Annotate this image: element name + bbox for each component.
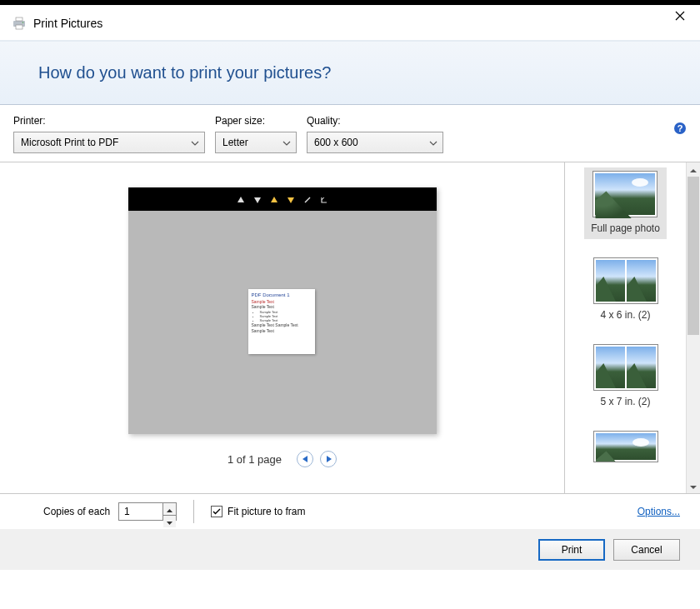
spin-up-button[interactable] bbox=[163, 503, 176, 516]
layout-item-full-page[interactable]: Full page photo bbox=[584, 167, 667, 239]
options-link[interactable]: Options... bbox=[638, 506, 680, 517]
print-button[interactable]: Print bbox=[538, 539, 605, 561]
preview-document: PDF Document 1 Sample Text Sample Text S… bbox=[248, 289, 315, 354]
layout-thumb bbox=[593, 257, 658, 304]
tool-icon bbox=[287, 195, 295, 203]
chevron-down-icon bbox=[191, 137, 199, 148]
tool-icon bbox=[270, 195, 278, 203]
tool-icon bbox=[320, 195, 328, 203]
divider bbox=[193, 500, 194, 523]
options-left: Copies of each Fit picture to fram bbox=[43, 500, 305, 523]
copies-spinbox bbox=[118, 502, 177, 521]
pager-text: 1 of 1 page bbox=[228, 453, 282, 466]
fit-picture-checkbox[interactable]: Fit picture to fram bbox=[211, 506, 305, 517]
prev-page-button[interactable] bbox=[297, 451, 313, 467]
preview-canvas: PDF Document 1 Sample Text Sample Text S… bbox=[128, 187, 437, 434]
fit-picture-label: Fit picture to fram bbox=[228, 506, 305, 517]
cancel-button[interactable]: Cancel bbox=[613, 539, 680, 561]
layout-thumb bbox=[593, 431, 658, 462]
layout-thumb bbox=[592, 171, 658, 217]
printer-value: Microsoft Print to PDF bbox=[21, 137, 118, 148]
cancel-button-label: Cancel bbox=[631, 544, 662, 556]
doc-bullets: Sample Text Sample Text Sample Text bbox=[260, 310, 312, 323]
options-row: Copies of each Fit picture to fram Optio… bbox=[0, 494, 700, 529]
layout-label: 4 x 6 in. (2) bbox=[600, 309, 650, 321]
help-icon: ? bbox=[673, 126, 687, 137]
paper-label: Paper size: bbox=[215, 115, 297, 127]
layout-panel: Full page photo 4 x 6 in. (2) 5 x 7 in. … bbox=[565, 162, 700, 493]
close-button[interactable] bbox=[672, 8, 688, 25]
help-button[interactable]: ? bbox=[673, 122, 687, 135]
scroll-track[interactable] bbox=[687, 177, 700, 479]
layout-list: Full page photo 4 x 6 in. (2) 5 x 7 in. … bbox=[565, 162, 686, 493]
preview-toolbar bbox=[128, 187, 437, 211]
chevron-down-icon bbox=[282, 137, 291, 148]
next-page-button[interactable] bbox=[320, 451, 337, 467]
title-bar: Print Pictures bbox=[0, 5, 700, 40]
triangle-down-icon bbox=[167, 516, 172, 527]
printer-select[interactable]: Microsoft Print to PDF bbox=[13, 132, 205, 153]
spin-buttons bbox=[162, 503, 176, 520]
check-icon bbox=[212, 506, 221, 517]
chevron-down-icon bbox=[429, 137, 438, 148]
selectors-row: Printer: Microsoft Print to PDF Paper si… bbox=[0, 105, 700, 162]
layout-item-4x6[interactable]: 4 x 6 in. (2) bbox=[587, 254, 665, 326]
window-title: Print Pictures bbox=[33, 17, 102, 30]
spin-down-button[interactable] bbox=[163, 516, 176, 527]
svg-text:?: ? bbox=[678, 123, 683, 133]
svg-rect-1 bbox=[16, 17, 22, 21]
layout-label: 5 x 7 in. (2) bbox=[600, 396, 650, 407]
banner: How do you want to print your pictures? bbox=[0, 40, 700, 105]
footer: Print Cancel bbox=[0, 529, 700, 570]
svg-point-3 bbox=[22, 22, 24, 23]
print-button-label: Print bbox=[562, 544, 582, 556]
layout-scrollbar[interactable] bbox=[686, 162, 700, 493]
layout-label: Full page photo bbox=[591, 222, 660, 234]
paper-value: Letter bbox=[222, 137, 248, 148]
quality-select[interactable]: 600 x 600 bbox=[307, 132, 443, 153]
checkbox-box bbox=[211, 506, 222, 517]
svg-rect-2 bbox=[16, 25, 22, 29]
close-icon bbox=[675, 11, 685, 23]
paper-column: Paper size: Letter bbox=[215, 115, 297, 153]
preview-pane: PDF Document 1 Sample Text Sample Text S… bbox=[0, 162, 565, 493]
page-heading: How do you want to print your pictures? bbox=[38, 63, 677, 82]
doc-title: PDF Document 1 bbox=[252, 292, 312, 299]
quality-value: 600 x 600 bbox=[314, 137, 358, 148]
tool-icon bbox=[237, 195, 245, 203]
main-row: PDF Document 1 Sample Text Sample Text S… bbox=[0, 162, 700, 494]
paper-select[interactable]: Letter bbox=[215, 132, 297, 153]
chevron-down-icon bbox=[690, 481, 697, 492]
scroll-up-button[interactable] bbox=[687, 162, 700, 177]
pager: 1 of 1 page bbox=[228, 451, 337, 467]
scroll-down-button[interactable] bbox=[687, 479, 700, 493]
copies-input[interactable] bbox=[119, 503, 162, 520]
tool-icon bbox=[303, 195, 312, 203]
triangle-right-icon bbox=[326, 453, 332, 465]
copies-label: Copies of each bbox=[43, 506, 110, 517]
triangle-left-icon bbox=[302, 453, 308, 465]
scroll-thumb[interactable] bbox=[688, 177, 699, 335]
tool-icon bbox=[253, 195, 262, 203]
doc-foot: Sample Text Sample Text Sample Text bbox=[252, 322, 312, 333]
layout-thumb bbox=[593, 344, 658, 391]
triangle-up-icon bbox=[167, 503, 172, 515]
quality-label: Quality: bbox=[307, 115, 443, 127]
quality-column: Quality: 600 x 600 bbox=[307, 115, 443, 153]
chevron-up-icon bbox=[690, 164, 697, 176]
printer-label: Printer: bbox=[13, 115, 205, 127]
layout-item-5x7[interactable]: 5 x 7 in. (2) bbox=[587, 341, 665, 412]
layout-item-partial[interactable] bbox=[587, 427, 665, 462]
printer-icon bbox=[12, 17, 27, 30]
printer-column: Printer: Microsoft Print to PDF bbox=[13, 115, 205, 153]
